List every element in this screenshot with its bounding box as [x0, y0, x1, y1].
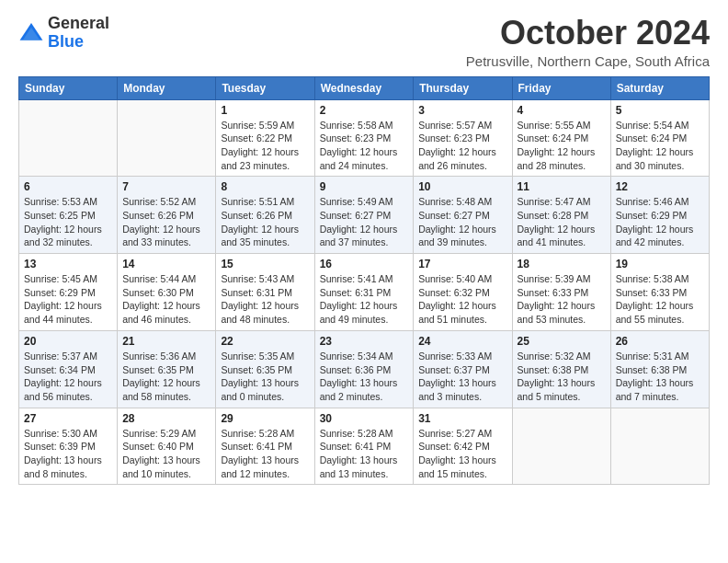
- calendar-cell: 11Sunrise: 5:47 AM Sunset: 6:28 PM Dayli…: [512, 177, 610, 254]
- day-info: Sunrise: 5:43 AM Sunset: 6:31 PM Dayligh…: [221, 272, 309, 327]
- calendar-cell: 12Sunrise: 5:46 AM Sunset: 6:29 PM Dayli…: [610, 177, 709, 254]
- day-number: 17: [418, 258, 506, 270]
- day-info: Sunrise: 5:27 AM Sunset: 6:42 PM Dayligh…: [418, 427, 506, 481]
- location: Petrusville, Northern Cape, South Africa: [466, 53, 710, 69]
- calendar-cell: 16Sunrise: 5:41 AM Sunset: 6:31 PM Dayli…: [314, 254, 414, 331]
- day-number: 10: [418, 180, 506, 193]
- calendar-cell: 5Sunrise: 5:54 AM Sunset: 6:24 PM Daylig…: [610, 99, 709, 177]
- calendar-cell: 8Sunrise: 5:51 AM Sunset: 6:26 PM Daylig…: [216, 177, 314, 254]
- calendar-cell: 4Sunrise: 5:55 AM Sunset: 6:24 PM Daylig…: [512, 99, 610, 177]
- calendar-cell: 20Sunrise: 5:37 AM Sunset: 6:34 PM Dayli…: [19, 330, 118, 408]
- day-info: Sunrise: 5:55 AM Sunset: 6:24 PM Dayligh…: [518, 119, 606, 173]
- page-header: General Blue October 2024 Petrusville, N…: [18, 15, 710, 69]
- day-number: 8: [221, 180, 309, 193]
- day-number: 13: [24, 258, 112, 270]
- logo-general: General: [48, 14, 109, 32]
- day-info: Sunrise: 5:49 AM Sunset: 6:27 PM Dayligh…: [320, 195, 409, 249]
- day-number: 18: [518, 258, 606, 270]
- logo-icon: [18, 20, 44, 46]
- logo-text: General Blue: [48, 15, 109, 52]
- day-number: 31: [418, 412, 506, 425]
- calendar-cell: 15Sunrise: 5:43 AM Sunset: 6:31 PM Dayli…: [216, 254, 314, 331]
- day-info: Sunrise: 5:38 AM Sunset: 6:33 PM Dayligh…: [616, 272, 704, 327]
- day-number: 11: [518, 180, 606, 193]
- day-number: 30: [320, 412, 409, 425]
- header-cell-wednesday: Wednesday: [314, 76, 414, 99]
- day-number: 12: [616, 180, 704, 193]
- calendar-cell: 28Sunrise: 5:29 AM Sunset: 6:40 PM Dayli…: [118, 408, 216, 485]
- week-row-3: 13Sunrise: 5:45 AM Sunset: 6:29 PM Dayli…: [19, 254, 710, 331]
- calendar-cell: 30Sunrise: 5:28 AM Sunset: 6:41 PM Dayli…: [314, 408, 414, 485]
- day-info: Sunrise: 5:57 AM Sunset: 6:23 PM Dayligh…: [418, 119, 506, 173]
- day-number: 23: [320, 335, 409, 348]
- day-number: 25: [518, 335, 606, 348]
- day-info: Sunrise: 5:35 AM Sunset: 6:35 PM Dayligh…: [221, 350, 309, 404]
- day-number: 16: [320, 258, 409, 270]
- day-number: 15: [221, 258, 309, 270]
- calendar-cell: 9Sunrise: 5:49 AM Sunset: 6:27 PM Daylig…: [314, 177, 414, 254]
- calendar-table: SundayMondayTuesdayWednesdayThursdayFrid…: [18, 76, 710, 486]
- calendar-cell: 18Sunrise: 5:39 AM Sunset: 6:33 PM Dayli…: [512, 254, 610, 331]
- calendar-cell: 23Sunrise: 5:34 AM Sunset: 6:36 PM Dayli…: [314, 330, 414, 408]
- day-number: 7: [122, 180, 210, 193]
- calendar-cell: 13Sunrise: 5:45 AM Sunset: 6:29 PM Dayli…: [19, 254, 118, 331]
- day-info: Sunrise: 5:40 AM Sunset: 6:32 PM Dayligh…: [418, 272, 506, 327]
- calendar-cell: 3Sunrise: 5:57 AM Sunset: 6:23 PM Daylig…: [414, 99, 512, 177]
- day-number: 21: [122, 335, 210, 348]
- day-number: 9: [320, 180, 409, 193]
- calendar-cell: 27Sunrise: 5:30 AM Sunset: 6:39 PM Dayli…: [19, 408, 118, 485]
- day-info: Sunrise: 5:33 AM Sunset: 6:37 PM Dayligh…: [418, 350, 506, 404]
- header-cell-friday: Friday: [512, 76, 610, 99]
- week-row-5: 27Sunrise: 5:30 AM Sunset: 6:39 PM Dayli…: [19, 408, 710, 485]
- day-number: 26: [616, 335, 704, 348]
- calendar-cell: [512, 408, 610, 485]
- header-cell-monday: Monday: [118, 76, 216, 99]
- title-block: October 2024 Petrusville, Northern Cape,…: [466, 15, 710, 69]
- day-number: 6: [24, 180, 112, 193]
- header-cell-thursday: Thursday: [414, 76, 512, 99]
- day-number: 22: [221, 335, 309, 348]
- day-info: Sunrise: 5:30 AM Sunset: 6:39 PM Dayligh…: [24, 427, 112, 481]
- day-info: Sunrise: 5:46 AM Sunset: 6:29 PM Dayligh…: [616, 195, 704, 249]
- calendar-cell: [19, 99, 118, 177]
- day-number: 2: [320, 104, 409, 117]
- day-info: Sunrise: 5:41 AM Sunset: 6:31 PM Dayligh…: [320, 272, 409, 327]
- month-title: October 2024: [466, 15, 710, 52]
- calendar-cell: 1Sunrise: 5:59 AM Sunset: 6:22 PM Daylig…: [216, 99, 314, 177]
- day-info: Sunrise: 5:34 AM Sunset: 6:36 PM Dayligh…: [320, 350, 409, 404]
- day-info: Sunrise: 5:54 AM Sunset: 6:24 PM Dayligh…: [616, 119, 704, 173]
- day-info: Sunrise: 5:28 AM Sunset: 6:41 PM Dayligh…: [221, 427, 309, 481]
- week-row-2: 6Sunrise: 5:53 AM Sunset: 6:25 PM Daylig…: [19, 177, 710, 254]
- day-info: Sunrise: 5:47 AM Sunset: 6:28 PM Dayligh…: [518, 195, 606, 249]
- calendar-cell: 19Sunrise: 5:38 AM Sunset: 6:33 PM Dayli…: [610, 254, 709, 331]
- day-number: 28: [122, 412, 210, 425]
- day-info: Sunrise: 5:28 AM Sunset: 6:41 PM Dayligh…: [320, 427, 409, 481]
- logo-blue: Blue: [48, 32, 84, 51]
- day-number: 27: [24, 412, 112, 425]
- calendar-cell: 6Sunrise: 5:53 AM Sunset: 6:25 PM Daylig…: [19, 177, 118, 254]
- day-number: 3: [418, 104, 506, 117]
- day-info: Sunrise: 5:48 AM Sunset: 6:27 PM Dayligh…: [418, 195, 506, 249]
- day-number: 4: [518, 104, 606, 117]
- day-number: 24: [418, 335, 506, 348]
- day-info: Sunrise: 5:45 AM Sunset: 6:29 PM Dayligh…: [24, 272, 112, 327]
- calendar-cell: 29Sunrise: 5:28 AM Sunset: 6:41 PM Dayli…: [216, 408, 314, 485]
- day-number: 19: [616, 258, 704, 270]
- calendar-cell: 25Sunrise: 5:32 AM Sunset: 6:38 PM Dayli…: [512, 330, 610, 408]
- logo: General Blue: [18, 15, 109, 52]
- day-info: Sunrise: 5:53 AM Sunset: 6:25 PM Dayligh…: [24, 195, 112, 249]
- calendar-cell: 26Sunrise: 5:31 AM Sunset: 6:38 PM Dayli…: [610, 330, 709, 408]
- day-number: 14: [122, 258, 210, 270]
- calendar-cell: 14Sunrise: 5:44 AM Sunset: 6:30 PM Dayli…: [118, 254, 216, 331]
- header-cell-tuesday: Tuesday: [216, 76, 314, 99]
- day-info: Sunrise: 5:58 AM Sunset: 6:23 PM Dayligh…: [320, 119, 409, 173]
- week-row-4: 20Sunrise: 5:37 AM Sunset: 6:34 PM Dayli…: [19, 330, 710, 408]
- day-info: Sunrise: 5:29 AM Sunset: 6:40 PM Dayligh…: [122, 427, 210, 481]
- day-number: 20: [24, 335, 112, 348]
- day-number: 29: [221, 412, 309, 425]
- header-row: SundayMondayTuesdayWednesdayThursdayFrid…: [19, 76, 710, 99]
- calendar-cell: 10Sunrise: 5:48 AM Sunset: 6:27 PM Dayli…: [414, 177, 512, 254]
- calendar-cell: [610, 408, 709, 485]
- calendar-cell: 21Sunrise: 5:36 AM Sunset: 6:35 PM Dayli…: [118, 330, 216, 408]
- day-info: Sunrise: 5:51 AM Sunset: 6:26 PM Dayligh…: [221, 195, 309, 249]
